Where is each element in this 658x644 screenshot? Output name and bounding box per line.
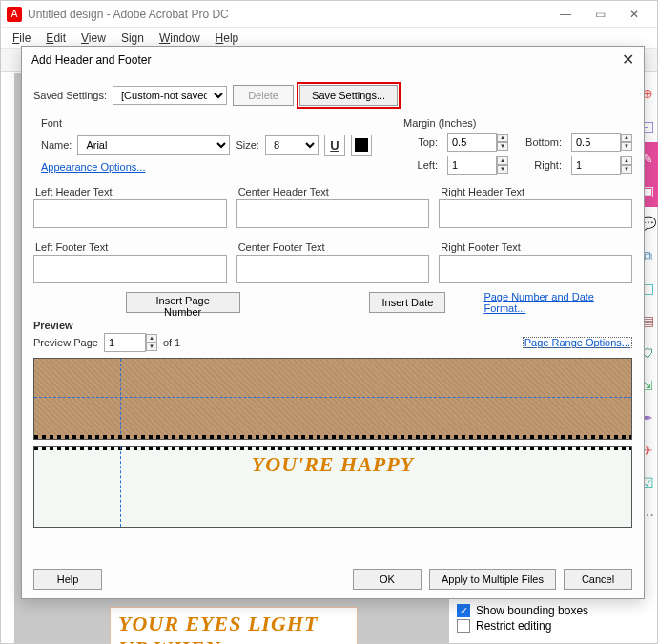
preview-sample-text: YOU'RE HAPPY [34, 452, 631, 477]
spinner-icon[interactable]: ▲▼ [621, 156, 632, 174]
minimize-button[interactable]: — [548, 4, 583, 25]
restrict-label: Restrict editing [476, 619, 551, 633]
color-swatch-icon [355, 138, 368, 152]
spinner-icon[interactable]: ▲▼ [146, 334, 157, 351]
insert-page-number-button[interactable]: Insert Page Number [126, 292, 240, 313]
font-size-label: Size: [236, 139, 258, 151]
left-header-label: Left Header Text [35, 186, 227, 197]
restrict-editing-checkbox[interactable]: Restrict editing [457, 619, 636, 633]
page-number-date-format-link[interactable]: Page Number and Date Format... [483, 291, 632, 314]
right-header-input[interactable] [439, 199, 632, 228]
dialog-footer: Help OK Apply to Multiple Files Cancel [22, 560, 644, 598]
center-header-input[interactable] [236, 199, 430, 228]
page-artwork-text: YOUR EYES LIGHT UP WHEN [111, 608, 357, 644]
menu-window[interactable]: Window [152, 31, 208, 45]
close-window-button[interactable]: ✕ [617, 4, 651, 25]
right-header-label: Right Header Text [441, 186, 632, 197]
preview-footer-canvas: YOU'RE HAPPY [33, 446, 632, 528]
checkbox-icon: ✓ [457, 604, 470, 617]
preview-page-input[interactable] [104, 333, 146, 352]
help-button[interactable]: Help [33, 569, 102, 590]
margin-top-label: Top: [403, 136, 438, 148]
cancel-button[interactable]: Cancel [564, 569, 632, 590]
preview-of-label: of 1 [163, 337, 180, 348]
delete-button[interactable]: Delete [233, 85, 294, 106]
titlebar: A Untitled design - Adobe Acrobat Pro DC… [1, 1, 657, 28]
spinner-icon[interactable]: ▲▼ [497, 156, 508, 174]
font-name-select[interactable]: Arial [77, 135, 230, 155]
margin-left-input[interactable] [447, 156, 497, 175]
saved-settings-row: Saved Settings: [Custom-not saved] Delet… [33, 85, 632, 106]
right-footer-input[interactable] [439, 255, 632, 283]
font-section-label: Font [41, 117, 388, 129]
dialog-title: Add Header and Footer [31, 53, 622, 67]
format-panel: ✓ Show bounding boxes Restrict editing [449, 597, 644, 643]
right-footer-label: Right Footer Text [441, 241, 632, 253]
dialog-body: Saved Settings: [Custom-not saved] Delet… [22, 73, 644, 560]
left-footer-input[interactable] [33, 255, 227, 283]
left-footer-label: Left Footer Text [35, 241, 227, 253]
show-bounding-boxes-checkbox[interactable]: ✓ Show bounding boxes [457, 604, 636, 617]
menu-edit[interactable]: Edit [38, 31, 73, 45]
preview-header-canvas [33, 358, 632, 440]
margin-right-label: Right: [518, 159, 562, 171]
margin-bottom-label: Bottom: [518, 136, 562, 148]
preview-page-label: Preview Page [33, 337, 98, 348]
apply-multiple-files-button[interactable]: Apply to Multiple Files [429, 569, 556, 590]
spinner-icon[interactable]: ▲▼ [621, 134, 632, 151]
menu-help[interactable]: Help [208, 31, 247, 45]
app-icon: A [7, 7, 22, 22]
center-header-label: Center Header Text [238, 186, 430, 197]
document-page: YOUR EYES LIGHT UP WHEN [110, 607, 358, 644]
checkbox-icon [457, 619, 470, 633]
saved-settings-select[interactable]: [Custom-not saved] [113, 86, 227, 105]
spinner-icon[interactable]: ▲▼ [497, 134, 508, 151]
dialog-close-button[interactable]: ✕ [622, 51, 634, 69]
maximize-button[interactable]: ▭ [583, 4, 617, 25]
menu-view[interactable]: View [73, 31, 113, 45]
preview-section-label: Preview [33, 320, 632, 331]
margin-section-label: Margin (Inches) [403, 117, 632, 129]
menu-sign[interactable]: Sign [113, 31, 152, 45]
font-size-select[interactable]: 8 [265, 135, 319, 155]
margin-top-input[interactable] [447, 133, 497, 152]
ok-button[interactable]: OK [353, 569, 422, 590]
dialog-header: Add Header and Footer ✕ [22, 47, 644, 73]
margin-right-input[interactable] [571, 156, 621, 175]
save-settings-button[interactable]: Save Settings... [299, 85, 398, 106]
saved-settings-label: Saved Settings: [33, 90, 107, 101]
show-bb-label: Show bounding boxes [476, 604, 588, 617]
font-name-label: Name: [41, 139, 72, 151]
insert-date-button[interactable]: Insert Date [369, 292, 445, 313]
font-color-button[interactable] [351, 135, 372, 156]
window-title: Untitled design - Adobe Acrobat Pro DC [28, 8, 548, 21]
center-footer-label: Center Footer Text [238, 241, 430, 253]
menu-file[interactable]: File [5, 31, 38, 45]
margin-left-label: Left: [403, 159, 438, 171]
page-range-options-link[interactable]: Page Range Options... [523, 337, 632, 348]
margin-bottom-input[interactable] [571, 133, 621, 152]
appearance-options-link[interactable]: Appearance Options... [41, 161, 145, 173]
left-header-input[interactable] [33, 199, 227, 228]
add-header-footer-dialog: Add Header and Footer ✕ Saved Settings: … [21, 46, 645, 599]
underline-button[interactable]: U [324, 135, 345, 156]
center-footer-input[interactable] [236, 255, 430, 283]
